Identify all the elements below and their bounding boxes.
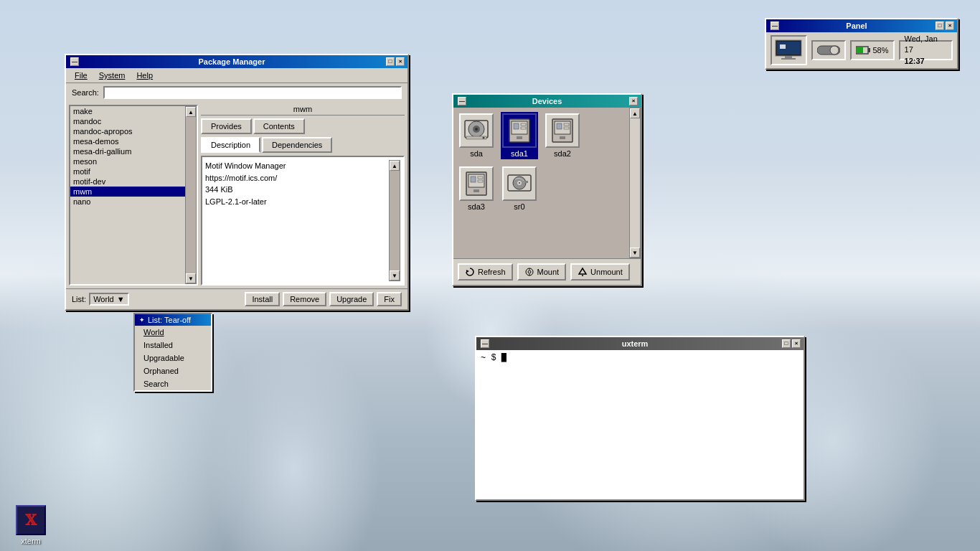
- xterm-icon: 𝕏: [16, 505, 46, 535]
- unmount-icon: [578, 267, 588, 277]
- pkg-file-menu[interactable]: File: [69, 70, 93, 81]
- scroll-track[interactable]: [186, 117, 196, 273]
- search-input[interactable]: [103, 86, 402, 99]
- uxterm-maximize-btn[interactable]: □: [782, 339, 791, 348]
- panel-toggle[interactable]: [811, 40, 846, 60]
- scroll-down[interactable]: ▼: [630, 248, 640, 258]
- sda-icon: [459, 113, 494, 148]
- pkg-tabs: Provides Contents: [201, 118, 405, 134]
- uxterm-window: — uxterm □ × ~ $ █: [475, 336, 805, 501]
- uxterm-close-btn[interactable]: ×: [792, 339, 801, 348]
- upgrade-btn[interactable]: Upgrade: [329, 292, 374, 306]
- device-sda[interactable]: sda: [458, 112, 495, 159]
- scroll-up-arrow[interactable]: ▲: [390, 161, 400, 171]
- panel-close-btn[interactable]: ×: [946, 22, 954, 30]
- refresh-btn[interactable]: Refresh: [458, 263, 513, 281]
- list-item[interactable]: mandoc: [70, 116, 185, 126]
- pkg-group-label: mwm: [201, 105, 405, 116]
- battery-pct: 58%: [873, 46, 889, 55]
- list-item[interactable]: mandoc-apropos: [70, 126, 185, 136]
- scroll-up-arrow[interactable]: ▲: [186, 107, 196, 117]
- list-item-selected[interactable]: mwm: [70, 187, 185, 197]
- dropdown-item-world[interactable]: World: [135, 326, 211, 339]
- pkg-description-text: Motif Window Manager https://motif.ics.c…: [205, 160, 389, 281]
- dropdown-item-search[interactable]: Search: [135, 377, 211, 390]
- scroll-track[interactable]: [390, 171, 400, 270]
- list-selector[interactable]: World ▼: [89, 293, 128, 306]
- uxterm-body[interactable]: ~ $ █: [476, 350, 804, 499]
- pkg-content-area: Motif Window Manager https://motif.ics.c…: [201, 156, 405, 286]
- devices-minimize-btn[interactable]: —: [458, 97, 466, 105]
- list-item[interactable]: motif: [70, 166, 185, 176]
- pkg-maximize-btn[interactable]: □: [386, 57, 395, 66]
- pkg-help-menu[interactable]: Help: [131, 70, 159, 81]
- scroll-down-arrow[interactable]: ▼: [390, 270, 400, 281]
- sda1-icon: [502, 113, 537, 148]
- device-sda1[interactable]: sda1: [501, 112, 538, 159]
- pkg-list-scrollbar[interactable]: ▲ ▼: [185, 106, 197, 284]
- devices-buttons: Refresh Mount Unmount: [453, 258, 641, 285]
- pkg-system-menu[interactable]: System: [93, 70, 131, 81]
- scroll-up[interactable]: ▲: [630, 108, 640, 118]
- panel-title: Panel: [779, 22, 934, 30]
- svg-rect-18: [514, 123, 519, 129]
- dropdown-item-installed[interactable]: Installed: [135, 339, 211, 352]
- pkg-tabs-2: Description Dependencies: [201, 137, 405, 153]
- tab-dependencies[interactable]: Dependencies: [262, 137, 332, 153]
- unmount-btn[interactable]: Unmount: [570, 263, 630, 281]
- panel-body: 58% Wed, Jan 17 12:37: [766, 32, 957, 68]
- mount-btn[interactable]: Mount: [517, 263, 567, 281]
- devices-close-btn[interactable]: ×: [629, 97, 638, 105]
- monitor-svg: [774, 39, 803, 62]
- devices-title: Devices: [466, 97, 628, 105]
- pkg-right-panel: mwm Provides Contents Description Depend…: [201, 105, 405, 286]
- tab-description[interactable]: Description: [201, 137, 260, 153]
- svg-rect-31: [478, 176, 483, 179]
- dropdown-arrow[interactable]: ▼: [117, 295, 125, 303]
- svg-rect-38: [525, 181, 528, 183]
- pkg-list-items: make mandoc mandoc-apropos mesa-demos me…: [70, 106, 185, 284]
- pkg-minimize-btn[interactable]: —: [70, 57, 79, 66]
- svg-rect-4: [780, 44, 786, 49]
- device-sr0[interactable]: sr0: [501, 165, 538, 212]
- list-item[interactable]: meson: [70, 156, 185, 166]
- install-btn[interactable]: Install: [245, 292, 280, 306]
- devices-scrollbar[interactable]: ▲ ▼: [629, 108, 641, 258]
- tearoff-icon: ✦: [139, 316, 145, 324]
- svg-rect-19: [521, 123, 526, 126]
- pkg-close-btn[interactable]: ×: [396, 57, 405, 66]
- list-item[interactable]: motif-dev: [70, 176, 185, 187]
- taskbar-xterm[interactable]: 𝕏 xterm: [10, 505, 52, 545]
- scroll-down-arrow[interactable]: ▼: [186, 273, 196, 283]
- devices-titlebar: — Devices ×: [453, 95, 641, 108]
- list-item[interactable]: nano: [70, 197, 185, 207]
- panel-window: — Panel □ ×: [765, 18, 958, 70]
- tab-provides[interactable]: Provides: [201, 118, 252, 134]
- panel-maximize-btn[interactable]: □: [936, 22, 944, 30]
- devices-window: — Devices ×: [452, 93, 642, 286]
- tab-contents[interactable]: Contents: [253, 118, 305, 134]
- uxterm-cursor: █: [501, 353, 507, 363]
- panel-minimize-btn[interactable]: —: [771, 22, 779, 30]
- uxterm-titlebar: — uxterm □ ×: [476, 337, 804, 350]
- remove-btn[interactable]: Remove: [283, 292, 326, 306]
- list-item[interactable]: mesa-dri-gallium: [70, 146, 185, 156]
- pkg-content-scrollbar[interactable]: ▲ ▼: [389, 160, 400, 281]
- svg-point-37: [519, 182, 520, 184]
- fix-btn[interactable]: Fix: [377, 292, 402, 306]
- dropdown-item-orphaned[interactable]: Orphaned: [135, 364, 211, 377]
- list-item[interactable]: make: [70, 106, 185, 116]
- panel-date: Wed, Jan 17: [905, 34, 947, 56]
- sda3-label: sda3: [468, 202, 485, 211]
- pkg-manager-title: Package Manager: [79, 57, 385, 66]
- svg-rect-8: [868, 48, 870, 52]
- dropdown-item-upgradable[interactable]: Upgradable: [135, 352, 211, 364]
- device-sda2[interactable]: sda2: [544, 112, 581, 159]
- uxterm-minimize-btn[interactable]: —: [481, 339, 489, 348]
- device-sda3[interactable]: sda3: [458, 165, 495, 212]
- pkg-footer: List: World ▼ Install Remove Upgrade Fix: [66, 288, 407, 309]
- svg-rect-27: [560, 136, 565, 139]
- list-item[interactable]: mesa-demos: [70, 136, 185, 146]
- svg-rect-3: [781, 58, 796, 60]
- svg-point-6: [830, 46, 839, 55]
